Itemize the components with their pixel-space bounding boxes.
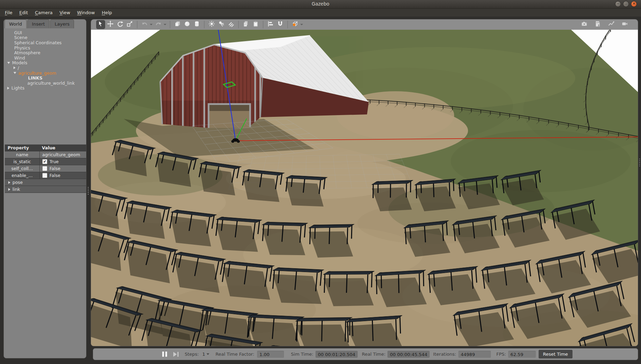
fps-field[interactable]: 62.59 xyxy=(508,351,536,358)
spot-light-icon xyxy=(218,20,225,29)
menu-file[interactable]: File xyxy=(1,9,16,16)
translate-button[interactable] xyxy=(106,20,115,29)
field-table xyxy=(346,315,404,346)
sim-time-field[interactable]: 00 00:01:20.504 xyxy=(315,351,358,358)
tree-item-spherical-coordinates[interactable]: Spherical Coordinates xyxy=(4,40,85,45)
real-time-label: Real Time: xyxy=(362,352,385,357)
expand-arrow-icon[interactable] xyxy=(8,181,10,184)
plot-icon xyxy=(608,20,615,29)
steps-label: Steps: xyxy=(185,352,199,357)
property-row-name[interactable]: nameagriculture_geom xyxy=(5,151,86,158)
tree-item-wind[interactable]: Wind xyxy=(4,55,85,60)
redo-button[interactable] xyxy=(154,20,163,29)
view-angle-button[interactable] xyxy=(291,20,300,29)
tree-item-scene[interactable]: Scene xyxy=(4,35,85,40)
scale-button[interactable] xyxy=(125,20,134,29)
minimize-button[interactable]: − xyxy=(615,1,621,7)
redo-history-dropdown-icon[interactable] xyxy=(164,24,166,25)
paste-button[interactable] xyxy=(251,20,260,29)
window-title: Gazebo xyxy=(0,1,641,7)
statusbar: Steps: 1 Real Time Factor: 1.00 Sim Time… xyxy=(93,348,638,360)
screenshot-camera-icon xyxy=(581,20,588,29)
tab-world[interactable]: World xyxy=(4,19,27,28)
select-arrow-icon xyxy=(97,20,104,29)
property-row-enable-[interactable]: enable_…False xyxy=(5,172,86,179)
box-button[interactable] xyxy=(173,20,182,29)
property-row-is-static[interactable]: is_static✔True xyxy=(5,158,86,165)
titlebar[interactable]: Gazebo − □ ✕ xyxy=(0,0,641,9)
expand-arrow-icon[interactable] xyxy=(8,188,10,191)
copy-button[interactable] xyxy=(241,20,250,29)
menubar: FileEditCameraViewWindowHelp xyxy=(0,9,641,17)
redo-icon xyxy=(155,20,162,29)
snap-button[interactable] xyxy=(276,20,285,29)
tree-item-links[interactable]: LINKS xyxy=(4,75,85,81)
panel-splitter-handle[interactable] xyxy=(4,141,86,144)
expand-arrow-icon[interactable] xyxy=(13,66,16,69)
tree-item--[interactable]: / xyxy=(4,65,85,71)
menu-camera[interactable]: Camera xyxy=(31,9,56,16)
checkbox-unchecked-icon[interactable] xyxy=(42,173,47,178)
sphere-button[interactable] xyxy=(183,20,192,29)
rtf-label: Real Time Factor: xyxy=(216,352,254,357)
view-angle-dropdown-icon[interactable] xyxy=(300,24,303,25)
rotate-button[interactable] xyxy=(116,20,125,29)
close-button[interactable]: ✕ xyxy=(631,1,637,7)
align-button[interactable] xyxy=(266,20,275,29)
point-light-button[interactable] xyxy=(207,20,216,29)
fps-label: FPS: xyxy=(496,352,506,357)
tree-item-lights[interactable]: Lights xyxy=(4,86,85,91)
spot-light-button[interactable] xyxy=(217,20,226,29)
property-row-pose[interactable]: pose xyxy=(5,179,86,186)
world-panel: WorldInsertLayers GUISceneSpherical Coor… xyxy=(3,19,86,358)
tree-item-atmosphere[interactable]: Atmosphere xyxy=(4,50,85,55)
step-button[interactable] xyxy=(173,352,178,357)
rtf-field[interactable]: 1.00 xyxy=(257,351,284,358)
iterations-field[interactable]: 44989 xyxy=(458,351,491,358)
tree-item-models[interactable]: Models xyxy=(4,60,85,66)
gazebo-window: Gazebo − □ ✕ FileEditCameraViewWindowHel… xyxy=(0,0,641,364)
viewport-3d[interactable] xyxy=(91,30,638,346)
expand-arrow-icon[interactable] xyxy=(7,87,9,90)
menu-help[interactable]: Help xyxy=(98,9,116,16)
reset-time-button[interactable]: Reset Time xyxy=(539,350,573,358)
collapse-arrow-icon[interactable] xyxy=(7,62,10,64)
collapse-arrow-icon[interactable] xyxy=(13,72,16,74)
pause-button[interactable] xyxy=(162,352,167,357)
real-time-field[interactable]: 00 00:00:45.544 xyxy=(387,351,430,358)
tree-item-physics[interactable]: Physics xyxy=(4,45,85,50)
tree-item-gui[interactable]: GUI xyxy=(4,30,85,35)
directional-light-button[interactable] xyxy=(227,20,236,29)
undo-history-dropdown-icon[interactable] xyxy=(150,24,153,25)
screenshot-camera-button[interactable] xyxy=(580,20,589,29)
select-arrow-button[interactable] xyxy=(96,20,105,29)
tree-item-agriculture-geom[interactable]: agriculture_geom xyxy=(4,71,85,76)
video-record-icon xyxy=(621,20,628,29)
steps-value[interactable]: 1 xyxy=(202,352,205,357)
checkbox-unchecked-icon[interactable] xyxy=(42,166,47,171)
cylinder-button[interactable] xyxy=(192,20,201,29)
right-splitter-handle[interactable] xyxy=(639,158,640,167)
tab-insert[interactable]: Insert xyxy=(27,19,49,28)
steps-spinner-icon[interactable] xyxy=(207,353,209,355)
world-tree: GUISceneSpherical CoordinatesPhysicsAtmo… xyxy=(4,30,85,91)
svg-text:LOG: LOG xyxy=(596,22,600,24)
plot-button[interactable] xyxy=(607,20,616,29)
menu-edit[interactable]: Edit xyxy=(16,9,31,16)
property-table: PropertyValuenameagriculture_geomis_stat… xyxy=(5,144,86,193)
property-row-link[interactable]: link xyxy=(5,186,86,193)
maximize-button[interactable]: □ xyxy=(623,1,629,7)
menu-view[interactable]: View xyxy=(56,9,74,16)
iterations-label: Iterations: xyxy=(433,352,456,357)
menu-window[interactable]: Window xyxy=(74,9,98,16)
vertical-splitter-handle[interactable] xyxy=(88,186,89,196)
cylinder-icon xyxy=(193,20,200,29)
video-record-button[interactable] xyxy=(620,20,629,29)
tab-layers[interactable]: Layers xyxy=(50,19,74,28)
property-row-self-coll-[interactable]: self_coll…False xyxy=(5,165,86,172)
checkbox-checked-icon[interactable]: ✔ xyxy=(42,159,47,164)
undo-button[interactable] xyxy=(140,20,149,29)
directional-light-icon xyxy=(228,20,235,29)
tree-item-agriculture-world-link[interactable]: agriculture_world_link xyxy=(4,81,85,86)
log-record-button[interactable]: LOG xyxy=(593,20,602,29)
